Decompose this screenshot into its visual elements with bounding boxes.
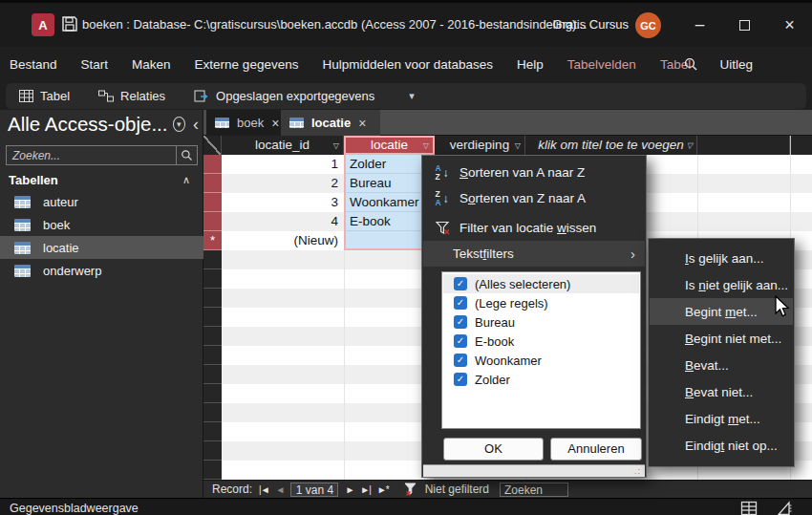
new-record-star-icon: * — [210, 233, 215, 247]
filter-check-bureau[interactable]: ✓ Bureau — [443, 312, 639, 332]
nav-pane-title: Alle Access-obje... — [8, 113, 168, 136]
column-dropdown-icon[interactable]: ▽ — [687, 137, 693, 155]
table-icon — [14, 196, 31, 208]
select-all-corner-cell[interactable] — [203, 136, 222, 155]
sidebar-item-auteur[interactable]: auteur — [0, 190, 203, 213]
menu-item-sort-az[interactable]: A↓Z Sorteren van A naar Z — [423, 160, 645, 185]
close-icon: × — [784, 15, 795, 35]
filter-check-lege-regels[interactable]: ✓ (Lege regels) — [443, 293, 639, 312]
previous-record-button[interactable]: ◄ — [276, 484, 285, 495]
toolbar-overflow-chevron-icon[interactable]: ▾ — [409, 90, 415, 102]
toolbar-export-label: Opgeslagen exportgegevens — [216, 89, 374, 103]
record-selector[interactable] — [203, 174, 222, 193]
access-app-icon[interactable]: A — [32, 13, 54, 36]
column-header-locatie[interactable]: locatie ▽ — [344, 136, 435, 155]
column-header-verdieping[interactable]: verdieping ▽ — [435, 136, 525, 155]
search-icon[interactable] — [683, 56, 698, 72]
nav-pane-collapse-icon[interactable]: ‹ — [193, 116, 199, 133]
submenu-item-begint-niet-met[interactable]: Begint niet met... — [650, 325, 793, 352]
checkbox-checked-icon[interactable]: ✓ — [454, 277, 467, 290]
cell-locatie-id[interactable]: 3 — [222, 193, 344, 212]
sidebar-item-boek[interactable]: boek — [0, 213, 203, 236]
close-button[interactable]: × — [767, 3, 812, 47]
toolbar-tabel-button[interactable]: Tabel — [19, 89, 70, 103]
record-search-box[interactable]: Zoeken — [500, 483, 568, 497]
record-selector[interactable] — [203, 193, 222, 212]
record-selector[interactable] — [203, 155, 222, 174]
filter-status-label[interactable]: Niet gefilterd — [425, 483, 489, 496]
column-dropdown-icon[interactable]: ▽ — [423, 139, 429, 154]
checkbox-checked-icon[interactable]: ✓ — [454, 315, 467, 329]
nav-pane-menu-chevron-icon[interactable]: ▾ — [173, 117, 186, 132]
navigation-pane: Alle Access-obje... ▾ ‹ Zoeken... Tabell… — [0, 110, 203, 498]
submenu-item-is-gelijk-aan[interactable]: Is gelijk aan... — [650, 245, 793, 271]
cancel-button[interactable]: Annuleren — [550, 438, 642, 461]
tab-bestand[interactable]: Bestand — [10, 57, 57, 72]
tables-section-header[interactable]: Tabellen ∧ — [0, 169, 203, 190]
menu-item-sort-za[interactable]: Z↓A Sorteren van Z naar A — [423, 185, 645, 211]
filter-check-zolder[interactable]: ✓ Zolder — [443, 370, 639, 389]
filter-status-icon[interactable] — [403, 483, 418, 496]
submenu-item-is-niet-gelijk-aan[interactable]: Is niet gelijk aan... — [650, 271, 793, 298]
toolbar-relaties-button[interactable]: Relaties — [98, 89, 165, 103]
nav-search-magnifier[interactable] — [176, 146, 197, 164]
sidebar-item-locatie[interactable]: locatie — [0, 236, 203, 259]
tab-tabelvelden[interactable]: Tabelvelden — [567, 57, 636, 72]
new-record-button[interactable]: ►* — [377, 484, 389, 495]
toolbar-export-button[interactable]: Opgeslagen exportgegevens — [194, 89, 374, 103]
minimize-button[interactable]: – — [677, 3, 722, 47]
account-avatar[interactable]: GC — [635, 12, 661, 38]
datasheet-view-icon[interactable] — [737, 501, 760, 515]
tab-start[interactable]: Start — [81, 57, 109, 72]
ok-button[interactable]: OK — [443, 438, 544, 461]
column-dropdown-icon[interactable]: ▽ — [515, 137, 521, 155]
tab-locatie[interactable]: locatie × — [281, 110, 380, 136]
menu-item-tekstfilters[interactable]: Tekstfilters › — [423, 241, 645, 267]
column-dropdown-icon[interactable]: ▽ — [333, 137, 339, 155]
record-navigation-bar: Record: |◄ ◄ 1 van 4 ► ►| ►* Niet gefilt… — [203, 480, 812, 498]
save-icon[interactable] — [61, 15, 78, 32]
design-view-icon[interactable] — [774, 501, 797, 515]
checkbox-checked-icon[interactable]: ✓ — [454, 373, 467, 386]
cell-locatie-id[interactable]: 1 — [222, 155, 344, 174]
submenu-item-bevat[interactable]: Bevat... — [650, 352, 793, 378]
column-header-add-column[interactable]: klik om titel toe te voegen ▽ — [525, 136, 697, 155]
menu-resize-grip[interactable]: .: — [423, 464, 645, 477]
tab-help[interactable]: Help — [517, 57, 544, 72]
tab-maken[interactable]: Maken — [132, 57, 171, 72]
submenu-arrow-icon: › — [630, 246, 635, 262]
first-record-button[interactable]: |◄ — [259, 484, 269, 495]
next-record-button[interactable]: ► — [345, 484, 353, 495]
record-selector[interactable] — [203, 212, 222, 231]
tab-externe-gegevens[interactable]: Externe gegevens — [195, 57, 299, 72]
help-uitleg-link[interactable]: Uitleg — [719, 57, 753, 72]
tab-label: boek — [237, 116, 264, 130]
cell-locatie-id[interactable]: 4 — [222, 212, 344, 231]
tab-close-icon[interactable]: × — [358, 116, 366, 131]
cell-locatie-id[interactable]: 2 — [222, 174, 344, 193]
cell-new-record[interactable]: (Nieuw) — [222, 231, 344, 250]
checkbox-checked-icon[interactable]: ✓ — [454, 354, 467, 367]
checkbox-checked-icon[interactable]: ✓ — [454, 296, 467, 310]
last-record-button[interactable]: ►| — [360, 484, 371, 495]
account-name[interactable]: Gratis Cursus — [553, 3, 629, 47]
menu-item-clear-filter[interactable]: Filter van locatie wissen — [423, 215, 645, 241]
new-record-selector[interactable]: * — [203, 231, 222, 250]
maximize-button[interactable] — [722, 3, 767, 47]
tab-hulpmiddelen[interactable]: Hulpmiddelen voor databases — [322, 57, 493, 72]
submenu-item-eindigt-met[interactable]: Eindigt met... — [650, 405, 793, 432]
checkbox-checked-icon[interactable]: ✓ — [454, 334, 467, 348]
filter-check-alles-selecteren[interactable]: ✓ (Alles selecteren) — [443, 274, 639, 293]
sidebar-item-onderwerp[interactable]: onderwerp — [0, 259, 203, 282]
submenu-item-bevat-niet[interactable]: Bevat niet... — [650, 378, 793, 405]
saved-exports-icon — [194, 90, 209, 103]
clear-filter-icon — [429, 221, 456, 235]
column-header-locatie-id[interactable]: locatie_id ▽ — [222, 136, 344, 155]
record-position-box[interactable]: 1 van 4 — [290, 483, 338, 497]
tab-boek[interactable]: boek × — [206, 110, 281, 136]
tab-close-icon[interactable]: × — [271, 116, 279, 131]
filter-check-ebook[interactable]: ✓ E-book — [443, 332, 639, 351]
submenu-item-eindigt-niet-op[interactable]: Eindigt niet op... — [650, 432, 793, 459]
filter-check-woonkamer[interactable]: ✓ Woonkamer — [443, 351, 639, 370]
nav-search-box[interactable]: Zoeken... — [6, 145, 198, 165]
